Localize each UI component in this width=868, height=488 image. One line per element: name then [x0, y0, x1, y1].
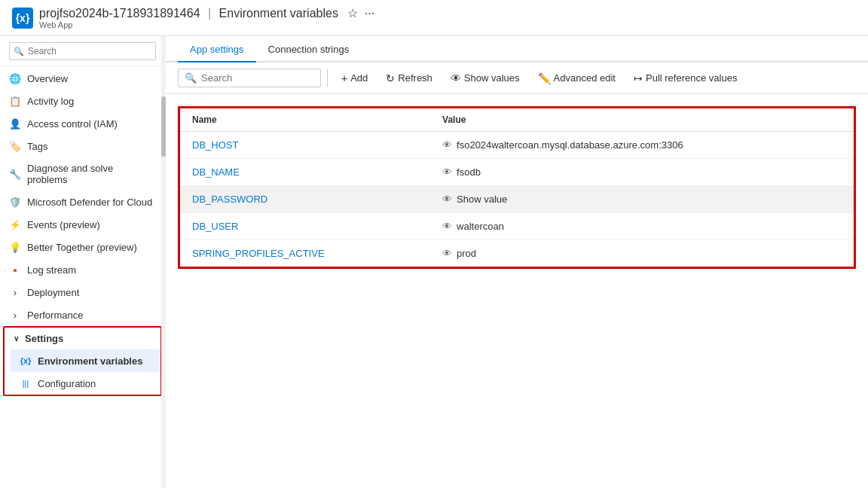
advanced-edit-icon: ✏️: [538, 72, 551, 84]
var-name-cell: DB_HOST: [179, 132, 431, 159]
deployment-chevron-icon: ›: [9, 286, 21, 298]
sidebar-label-activity-log: Activity log: [27, 96, 156, 107]
sidebar-item-tags[interactable]: 🏷️ Tags: [0, 135, 165, 157]
var-value-text: Show value: [457, 194, 507, 205]
sidebar-label-defender: Microsoft Defender for Cloud: [27, 197, 156, 208]
refresh-button[interactable]: ↻ Refresh: [378, 69, 440, 87]
settings-group-label: Settings: [25, 333, 63, 344]
refresh-icon: ↻: [386, 72, 395, 84]
add-button[interactable]: + Add: [334, 69, 375, 87]
var-name-link[interactable]: DB_USER: [192, 221, 238, 232]
var-value-text: waltercoan: [457, 221, 504, 232]
eye-icon: 👁: [442, 166, 452, 178]
sidebar-scrollbar[interactable]: [161, 36, 166, 488]
sidebar-search-icon: 🔍: [14, 47, 24, 56]
sidebar-item-events[interactable]: ⚡ Events (preview): [0, 213, 165, 236]
var-name-link[interactable]: DB_HOST: [192, 139, 238, 151]
eye-icon: 👁: [442, 248, 452, 259]
sidebar-search-wrap: 🔍: [9, 42, 156, 60]
sidebar-label-overview: Overview: [27, 73, 156, 84]
advanced-edit-button[interactable]: ✏️ Advanced edit: [530, 69, 623, 87]
sidebar-item-deployment[interactable]: › Deployment: [0, 281, 165, 303]
header-title-group: projfso2024b-1718931891464 | Environment…: [39, 6, 374, 29]
app-subtitle: Web App: [39, 20, 374, 29]
tags-icon: 🏷️: [9, 140, 21, 152]
settings-chevron-icon: ∨: [14, 334, 19, 343]
eye-icon: 👁: [442, 221, 452, 232]
page-title: Environment variables: [219, 7, 338, 20]
sidebar-item-log-stream[interactable]: ● Log stream: [0, 258, 165, 281]
table-row: SPRING_PROFILES_ACTIVE👁prod: [179, 240, 855, 268]
more-options-icon[interactable]: ···: [365, 7, 374, 20]
sidebar-label-tags: Tags: [27, 141, 156, 152]
eye-icon: 👁: [442, 194, 452, 205]
var-name-cell: DB_USER: [179, 213, 431, 240]
diagnose-icon: 🔧: [9, 168, 21, 180]
var-name-cell: DB_PASSWORD: [179, 186, 431, 213]
var-name-cell: DB_NAME: [179, 159, 431, 186]
sidebar-item-configuration[interactable]: ||| Configuration: [11, 372, 160, 395]
tab-connection-strings[interactable]: Connection strings: [256, 36, 362, 63]
var-name-link[interactable]: DB_NAME: [192, 166, 240, 178]
var-value-text: prod: [457, 248, 476, 259]
performance-chevron-icon: ›: [9, 309, 21, 321]
table-container: Name Value DB_HOST👁fso2024waltercoan.mys…: [166, 94, 868, 488]
var-value-text: fsodb: [457, 166, 481, 178]
sidebar-label-configuration: Configuration: [38, 378, 151, 389]
sidebar-search-input[interactable]: [9, 42, 156, 60]
env-variables-table: Name Value DB_HOST👁fso2024waltercoan.mys…: [178, 106, 856, 269]
tab-app-settings[interactable]: App settings: [178, 36, 256, 63]
content-area: App settings Connection strings 🔍 + Add …: [166, 36, 868, 488]
sidebar-label-env-variables: Environment variables: [38, 355, 151, 367]
var-name-link[interactable]: SPRING_PROFILES_ACTIVE: [192, 248, 325, 259]
env-variables-icon: {x}: [20, 355, 32, 367]
var-value-cell: 👁fsodb: [430, 159, 854, 186]
sidebar-item-access-control[interactable]: 👤 Access control (IAM): [0, 112, 165, 135]
sidebar-wrapper: 🔍 🌐 Overview 📋 Activity log 👤 Access con…: [0, 36, 166, 488]
pull-reference-icon: ↦: [634, 72, 643, 84]
sidebar-item-activity-log[interactable]: 📋 Activity log: [0, 90, 165, 112]
col-value: Value: [430, 108, 854, 132]
sidebar-item-performance[interactable]: › Performance: [0, 303, 165, 326]
table-row: DB_HOST👁fso2024waltercoan.mysql.database…: [179, 132, 855, 159]
var-value-cell: 👁waltercoan: [430, 213, 854, 240]
pull-reference-button[interactable]: ↦ Pull reference values: [626, 69, 744, 87]
app-icon: {x}: [12, 8, 33, 29]
settings-group-children: {x} Environment variables ||| Configurat…: [5, 349, 160, 395]
var-name-cell: SPRING_PROFILES_ACTIVE: [179, 240, 431, 268]
var-name-link[interactable]: DB_PASSWORD: [192, 194, 267, 205]
sidebar-item-defender[interactable]: 🛡️ Microsoft Defender for Cloud: [0, 191, 165, 213]
var-value-cell: 👁Show value: [430, 186, 854, 213]
toolbar-search-input[interactable]: [201, 72, 314, 84]
sidebar-search-container: 🔍: [0, 36, 165, 67]
header-separator: |: [208, 7, 215, 20]
main-layout: 🔍 🌐 Overview 📋 Activity log 👤 Access con…: [0, 36, 868, 488]
log-stream-icon: ●: [9, 264, 21, 276]
eye-icon: 👁: [442, 139, 452, 151]
table-row: DB_PASSWORD👁Show value: [179, 186, 855, 213]
var-value-cell: 👁fso2024waltercoan.mysql.database.azure.…: [430, 132, 854, 159]
show-values-button[interactable]: 👁 Show values: [443, 69, 527, 87]
sidebar-item-overview[interactable]: 🌐 Overview: [0, 67, 165, 90]
var-value-cell: 👁prod: [430, 240, 854, 268]
sidebar-item-env-variables[interactable]: {x} Environment variables: [11, 349, 160, 372]
sidebar: 🔍 🌐 Overview 📋 Activity log 👤 Access con…: [0, 36, 166, 396]
sidebar-scrollbar-thumb[interactable]: [161, 96, 166, 157]
activity-log-icon: 📋: [9, 95, 21, 107]
add-icon: +: [341, 72, 347, 84]
sidebar-group-settings[interactable]: ∨ Settings: [5, 328, 160, 349]
overview-icon: 🌐: [9, 72, 21, 84]
sidebar-label-diagnose: Diagnose and solve problems: [27, 163, 156, 185]
toolbar-search-icon: 🔍: [185, 72, 197, 84]
sidebar-item-diagnose[interactable]: 🔧 Diagnose and solve problems: [0, 157, 165, 191]
favorite-star[interactable]: ☆: [347, 7, 358, 20]
defender-icon: 🛡️: [9, 196, 21, 208]
var-value-text: fso2024waltercoan.mysql.database.azure.c…: [457, 139, 683, 151]
header: {x} projfso2024b-1718931891464 | Environ…: [0, 0, 868, 36]
sidebar-item-better-together[interactable]: 💡 Better Together (preview): [0, 236, 165, 258]
settings-group-box: ∨ Settings {x} Environment variables |||…: [3, 326, 162, 396]
access-control-icon: 👤: [9, 117, 21, 130]
events-icon: ⚡: [9, 218, 21, 230]
sidebar-label-events: Events (preview): [27, 219, 156, 230]
toolbar-separator: [327, 69, 328, 87]
